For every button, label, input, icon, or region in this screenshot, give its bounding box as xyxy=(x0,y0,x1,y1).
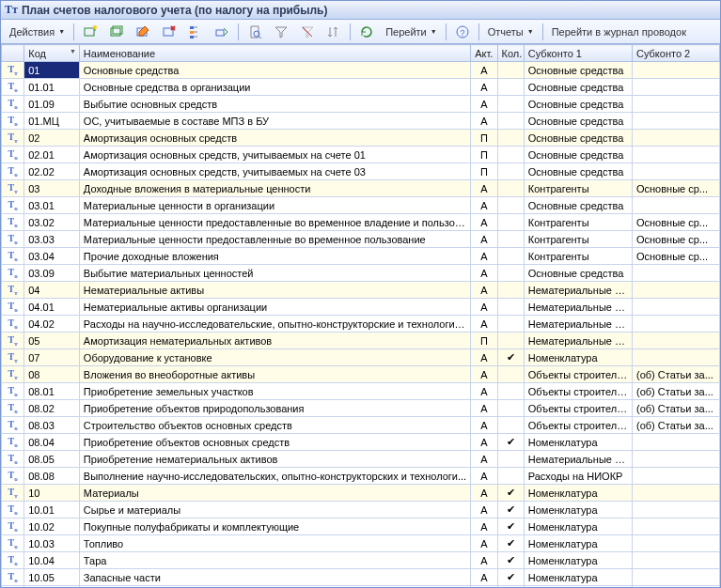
table-row[interactable]: То03.01Материальные ценности в организац… xyxy=(2,197,720,214)
name-cell[interactable]: Амортизация основных средств, учитываемы… xyxy=(79,147,470,163)
code-cell[interactable]: 01.МЦ xyxy=(24,113,80,130)
hierarchy-button[interactable] xyxy=(183,22,208,42)
name-cell[interactable]: Строительство объектов основных средств xyxy=(79,417,470,434)
delete-button[interactable] xyxy=(157,22,181,42)
header-sub1[interactable]: Субконто 1 xyxy=(524,45,632,62)
code-cell[interactable]: 10.01 xyxy=(24,502,80,518)
code-cell[interactable]: 03.03 xyxy=(24,231,80,248)
table-row[interactable]: То10.05Запасные частиА✔Номенклатура xyxy=(2,569,720,586)
code-cell[interactable]: 03.02 xyxy=(24,214,80,231)
name-cell[interactable]: Оборудование к установке xyxy=(79,349,470,366)
table-row[interactable]: То01.01Основные средства в организацииАО… xyxy=(2,79,720,96)
code-cell[interactable]: 10.05 xyxy=(24,569,80,586)
table-row[interactable]: Тт03Доходные вложения в материальные цен… xyxy=(2,180,720,197)
code-cell[interactable]: 10 xyxy=(24,485,80,502)
name-cell[interactable]: Прочие материалы xyxy=(79,586,470,588)
header-icon[interactable] xyxy=(2,45,24,62)
table-row[interactable]: Тт02Амортизация основных средствПОсновны… xyxy=(2,130,720,147)
name-cell[interactable]: Выполнение научно-исследовательских, опы… xyxy=(79,468,470,485)
code-cell[interactable]: 03.01 xyxy=(24,197,80,214)
code-cell[interactable]: 02 xyxy=(24,130,80,147)
code-cell[interactable]: 08.05 xyxy=(24,451,80,468)
code-cell[interactable]: 08.04 xyxy=(24,434,80,451)
name-cell[interactable]: ОС, учитываемые в составе МПЗ в БУ xyxy=(79,113,470,130)
code-cell[interactable]: 01.01 xyxy=(24,79,80,96)
add-copy-button[interactable] xyxy=(104,22,129,42)
code-cell[interactable]: 05 xyxy=(24,333,80,349)
code-cell[interactable]: 07 xyxy=(24,349,80,366)
code-cell[interactable]: 08.02 xyxy=(24,400,80,417)
name-cell[interactable]: Материальные ценности предоставленные во… xyxy=(79,231,470,248)
header-sub2[interactable]: Субконто 2 xyxy=(632,45,719,62)
name-cell[interactable]: Основные средства xyxy=(79,62,470,79)
name-cell[interactable]: Сырье и материалы xyxy=(79,502,470,518)
code-cell[interactable]: 02.02 xyxy=(24,163,80,180)
table-row[interactable]: То10.04ТараА✔Номенклатура xyxy=(2,552,720,569)
code-cell[interactable]: 08.03 xyxy=(24,417,80,434)
table-row[interactable]: Тт10МатериалыА✔Номенклатура xyxy=(2,485,720,502)
table-row[interactable]: То04.01Нематериальные активы организации… xyxy=(2,299,720,316)
code-cell[interactable]: 08 xyxy=(24,366,80,383)
code-cell[interactable]: 10.04 xyxy=(24,552,80,569)
name-cell[interactable]: Материалы xyxy=(79,485,470,502)
table-row[interactable]: То10.03ТопливоА✔Номенклатура xyxy=(2,535,720,552)
filter-off-button[interactable] xyxy=(295,22,320,42)
name-cell[interactable]: Расходы на научно-исследовательские, опы… xyxy=(79,316,470,333)
table-row[interactable]: То10.06Прочие материалыА✔Номенклатура xyxy=(2,586,720,588)
code-cell[interactable]: 03.09 xyxy=(24,265,80,282)
table-row[interactable]: Тт04Нематериальные активыАНематериальные… xyxy=(2,282,720,299)
table-row[interactable]: То04.02Расходы на научно-исследовательск… xyxy=(2,316,720,333)
code-cell[interactable]: 10.06 xyxy=(24,586,80,588)
code-cell[interactable]: 01 xyxy=(24,62,80,79)
header-kol[interactable]: Кол. xyxy=(497,45,524,62)
name-cell[interactable]: Нематериальные активы xyxy=(79,282,470,299)
table-row[interactable]: То08.04Приобретение объектов основных ср… xyxy=(2,434,720,451)
add-button[interactable] xyxy=(78,22,102,42)
name-cell[interactable]: Приобретение объектов природопользования xyxy=(79,400,470,417)
name-cell[interactable]: Топливо xyxy=(79,535,470,552)
name-cell[interactable]: Выбытие материальных ценностей xyxy=(79,265,470,282)
table-row[interactable]: То10.02Покупные полуфабрикаты и комплект… xyxy=(2,518,720,535)
find-button[interactable] xyxy=(243,22,267,42)
table-row[interactable]: Тт07Оборудование к установкеА✔Номенклату… xyxy=(2,349,720,366)
sort-button[interactable] xyxy=(321,22,346,42)
code-cell[interactable]: 03 xyxy=(24,180,80,197)
table-row[interactable]: То08.05Приобретение нематериальных актив… xyxy=(2,451,720,468)
grid-scroll-area[interactable]: Код▼ Наименование Акт. Кол. Субконто 1 С… xyxy=(1,44,720,587)
table-row[interactable]: То03.04Прочие доходные вложенияАКонтраге… xyxy=(2,248,720,265)
table-row[interactable]: То01.09Выбытие основных средствАОсновные… xyxy=(2,96,720,113)
name-cell[interactable]: Запасные части xyxy=(79,569,470,586)
name-cell[interactable]: Материальные ценности в организации xyxy=(79,197,470,214)
header-name[interactable]: Наименование xyxy=(79,45,470,62)
code-cell[interactable]: 01.09 xyxy=(24,96,80,113)
code-cell[interactable]: 03.04 xyxy=(24,248,80,265)
table-row[interactable]: То03.09Выбытие материальных ценностейАОс… xyxy=(2,265,720,282)
code-cell[interactable]: 04.01 xyxy=(24,299,80,316)
name-cell[interactable]: Основные средства в организации xyxy=(79,79,470,96)
goto-menu[interactable]: Перейти ▼ xyxy=(381,22,442,42)
header-code[interactable]: Код▼ xyxy=(24,45,80,62)
name-cell[interactable]: Вложения во внеоборотные активы xyxy=(79,366,470,383)
code-cell[interactable]: 08.08 xyxy=(24,468,80,485)
move-button[interactable] xyxy=(210,22,234,42)
table-row[interactable]: То03.03Материальные ценности предоставле… xyxy=(2,231,720,248)
code-cell[interactable]: 10.02 xyxy=(24,518,80,535)
refresh-button[interactable] xyxy=(354,22,379,42)
name-cell[interactable]: Прочие доходные вложения xyxy=(79,248,470,265)
code-cell[interactable]: 08.01 xyxy=(24,383,80,400)
name-cell[interactable]: Выбытие основных средств xyxy=(79,96,470,113)
table-row[interactable]: То01.МЦОС, учитываемые в составе МПЗ в Б… xyxy=(2,113,720,130)
table-row[interactable]: То08.08Выполнение научно-исследовательск… xyxy=(2,468,720,485)
actions-menu[interactable]: Действия ▼ xyxy=(5,22,70,42)
name-cell[interactable]: Амортизация основных средств, учитываемы… xyxy=(79,163,470,180)
code-cell[interactable]: 04 xyxy=(24,282,80,299)
table-row[interactable]: То08.01Приобретение земельных участковАО… xyxy=(2,383,720,400)
table-row[interactable]: То10.01Сырье и материалыА✔Номенклатура xyxy=(2,502,720,518)
table-row[interactable]: То03.02Материальные ценности предоставле… xyxy=(2,214,720,231)
filter-button[interactable] xyxy=(269,22,293,42)
header-akt[interactable]: Акт. xyxy=(471,45,497,62)
code-cell[interactable]: 02.01 xyxy=(24,147,80,163)
table-row[interactable]: То08.03Строительство объектов основных с… xyxy=(2,417,720,434)
name-cell[interactable]: Доходные вложения в материальные ценност… xyxy=(79,180,470,197)
table-row[interactable]: Тт01Основные средстваАОсновные средства xyxy=(2,62,720,79)
